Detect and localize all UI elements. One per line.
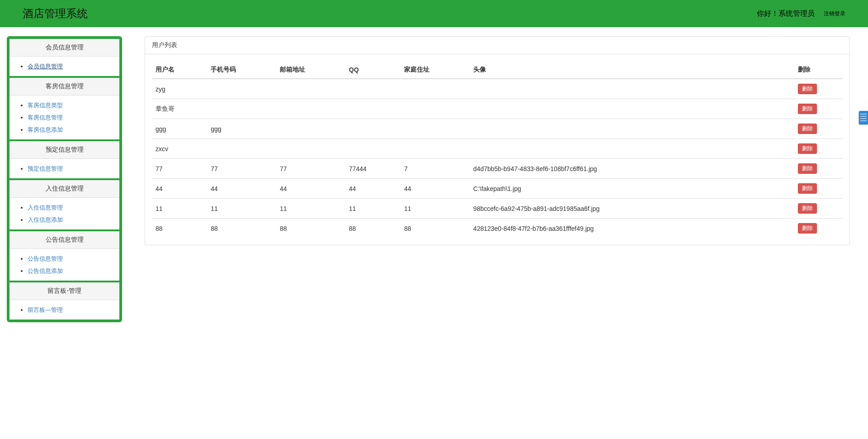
col-username: 用户名 [152, 61, 207, 79]
sidebar-item: 入住信息管理 [28, 201, 119, 214]
sidebar-group-list: 留言板—管理 [9, 300, 119, 320]
cell-qq [345, 139, 401, 159]
sidebar-scroll[interactable]: 会员信息管理会员信息管理客房信息管理客房信息类型客房信息管理客房信息添加预定信息… [9, 39, 119, 320]
delete-button[interactable]: 删除 [798, 124, 817, 134]
cell-address [401, 139, 470, 159]
sidebar-link[interactable]: 公告信息管理 [28, 255, 63, 262]
delete-button[interactable]: 删除 [798, 203, 817, 214]
cell-delete: 删除 [794, 139, 843, 159]
delete-button[interactable]: 删除 [798, 163, 817, 174]
cell-delete: 删除 [794, 219, 843, 239]
cell-username: 11 [152, 199, 207, 219]
cell-email: 44 [276, 179, 345, 199]
cell-qq: 88 [345, 219, 401, 239]
cell-address [401, 79, 470, 99]
sidebar-group-head: 客房信息管理 [9, 78, 119, 95]
sidebar-item: 公告信息添加 [28, 265, 119, 277]
sidebar-group: 客房信息管理客房信息类型客房信息管理客房信息添加 [9, 78, 119, 141]
delete-button[interactable]: 删除 [798, 104, 817, 114]
sidebar-group: 公告信息管理公告信息管理公告信息添加 [9, 231, 119, 282]
cell-phone: 11 [207, 199, 276, 219]
cell-username: 88 [152, 219, 207, 239]
cell-email: 88 [276, 219, 345, 239]
cell-qq: 44 [345, 179, 401, 199]
cell-username: zyg [152, 79, 207, 99]
cell-phone [207, 99, 276, 119]
sidebar-link[interactable]: 公告信息添加 [28, 267, 63, 274]
cell-qq: 77444 [345, 159, 401, 179]
table-row: 4444444444C:\fakepath\1.jpg删除 [152, 179, 843, 199]
sidebar-group: 会员信息管理会员信息管理 [9, 39, 119, 78]
cell-email [276, 79, 345, 99]
sidebar-group-head: 入住信息管理 [9, 180, 119, 198]
sidebar-link[interactable]: 入住信息管理 [28, 204, 63, 211]
sidebar-item: 客房信息管理 [28, 111, 119, 124]
sidebar-item: 客房信息添加 [28, 124, 119, 136]
cell-avatar: 428123e0-84f8-47f2-b7b6-aa361fffef49.jpg [470, 219, 794, 239]
sidebar-group-list: 客房信息类型客房信息管理客房信息添加 [9, 95, 119, 139]
logout-link[interactable]: 注销登录 [824, 10, 845, 18]
cell-email [276, 119, 345, 139]
cell-address: 11 [401, 199, 470, 219]
sidebar-group: 预定信息管理预定信息管理 [9, 141, 119, 180]
sidebar-link[interactable]: 会员信息管理 [28, 63, 63, 70]
cell-email: 77 [276, 159, 345, 179]
header-bar: 酒店管理系统 你好！系统管理员 注销登录 [0, 0, 868, 27]
table-row: 777777774447d4d7bb5b-b947-4833-8ef6-108b… [152, 159, 843, 179]
feedback-tab[interactable] [859, 111, 868, 124]
sidebar-group-list: 入住信息管理入住信息添加 [9, 198, 119, 229]
cell-address [401, 119, 470, 139]
sidebar-item: 预定信息管理 [28, 162, 119, 175]
delete-button[interactable]: 删除 [798, 183, 817, 194]
delete-button[interactable]: 删除 [798, 223, 817, 234]
col-qq: QQ [345, 61, 401, 79]
col-avatar: 头像 [470, 61, 794, 79]
table-row: 8888888888428123e0-84f8-47f2-b7b6-aa361f… [152, 219, 843, 239]
sidebar-link[interactable]: 客房信息添加 [28, 126, 63, 133]
sidebar-link[interactable]: 客房信息类型 [28, 102, 63, 109]
sidebar-group-list: 会员信息管理 [9, 57, 119, 76]
cell-avatar [470, 119, 794, 139]
sidebar: 会员信息管理会员信息管理客房信息管理客房信息类型客房信息管理客房信息添加预定信息… [7, 36, 122, 322]
sidebar-item: 入住信息添加 [28, 214, 119, 226]
cell-username: zxcv [152, 139, 207, 159]
cell-avatar [470, 139, 794, 159]
cell-username: 44 [152, 179, 207, 199]
sidebar-item: 留言板—管理 [28, 304, 119, 316]
cell-email: 11 [276, 199, 345, 219]
user-list-panel: 用户列表 用户名手机号码邮箱地址QQ家庭住址头像删除 zyg删除章鱼哥删除ggg… [145, 36, 850, 245]
delete-button[interactable]: 删除 [798, 84, 817, 94]
sidebar-link[interactable]: 留言板—管理 [28, 306, 63, 313]
app-title: 酒店管理系统 [23, 6, 88, 21]
sidebar-item: 会员信息管理 [28, 60, 119, 72]
col-email: 邮箱地址 [276, 61, 345, 79]
cell-phone: 88 [207, 219, 276, 239]
sidebar-item: 公告信息管理 [28, 253, 119, 265]
col-delete: 删除 [794, 61, 843, 79]
sidebar-group-head: 会员信息管理 [9, 39, 119, 57]
sidebar-link[interactable]: 入住信息添加 [28, 216, 63, 223]
cell-phone [207, 79, 276, 99]
col-phone: 手机号码 [207, 61, 276, 79]
cell-avatar: C:\fakepath\1.jpg [470, 179, 794, 199]
table-row: 章鱼哥删除 [152, 99, 843, 119]
cell-avatar [470, 99, 794, 119]
panel-title: 用户列表 [145, 37, 849, 54]
cell-email [276, 139, 345, 159]
cell-delete: 删除 [794, 99, 843, 119]
cell-username: ggg [152, 119, 207, 139]
table-row: zyg删除 [152, 79, 843, 99]
user-table: 用户名手机号码邮箱地址QQ家庭住址头像删除 zyg删除章鱼哥删除gggggg删除… [152, 61, 843, 238]
cell-address: 88 [401, 219, 470, 239]
main-content: 用户列表 用户名手机号码邮箱地址QQ家庭住址头像删除 zyg删除章鱼哥删除ggg… [145, 36, 850, 245]
greeting-text: 你好！系统管理员 [757, 9, 815, 19]
table-row: 111111111198bccefc-6a92-475b-a891-adc919… [152, 199, 843, 219]
delete-button[interactable]: 删除 [798, 143, 817, 154]
sidebar-link[interactable]: 预定信息管理 [28, 165, 63, 172]
sidebar-link[interactable]: 客房信息管理 [28, 114, 63, 121]
cell-avatar [470, 79, 794, 99]
sidebar-group-list: 公告信息管理公告信息添加 [9, 249, 119, 281]
col-address: 家庭住址 [401, 61, 470, 79]
cell-delete: 删除 [794, 119, 843, 139]
sidebar-group-list: 预定信息管理 [9, 159, 119, 178]
